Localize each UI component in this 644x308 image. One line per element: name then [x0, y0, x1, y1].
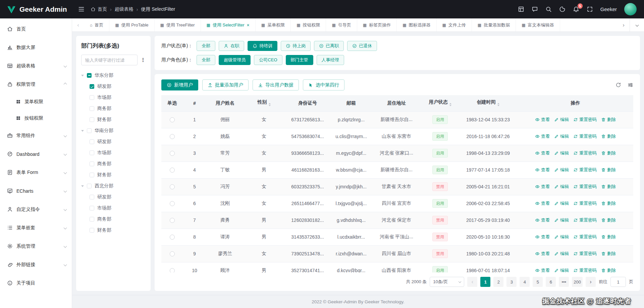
delete-button[interactable]: 删除 — [601, 217, 616, 223]
tab[interactable]: ⌂ 首页 × — [84, 18, 109, 32]
tree-checkbox[interactable] — [87, 128, 92, 133]
view-button[interactable]: 查看 — [535, 267, 550, 272]
reset-password-button[interactable]: 重置密码 — [573, 267, 597, 272]
filter-role-all[interactable]: 全部 — [197, 55, 215, 65]
tree-checkbox[interactable] — [90, 106, 94, 111]
tree-node-child[interactable]: 研发部 — [81, 81, 146, 92]
tab[interactable]: ▦ 批量添加数据 × — [472, 18, 516, 32]
reset-password-button[interactable]: 重置密码 — [573, 200, 597, 206]
table-row[interactable]: 8 谭涛 男 31435372633... l.ucdxaikbrr... 河南… — [161, 229, 633, 245]
tab[interactable]: ▦ 标签页操作 × — [357, 18, 397, 32]
tree-checkbox[interactable] — [90, 217, 94, 222]
row-radio[interactable] — [170, 134, 175, 139]
prev-page-button[interactable]: ‹ — [467, 277, 477, 287]
filter-role-hr[interactable]: 人事经理 — [317, 55, 344, 65]
goto-page-input[interactable] — [610, 277, 626, 287]
sidebar-item-external-links[interactable]: 外部链接 — [0, 255, 72, 274]
page-button[interactable]: 6 — [546, 277, 556, 287]
tree-node-child[interactable]: 财务部 — [81, 225, 146, 236]
more-options-icon[interactable]: ⋮ — [141, 57, 146, 63]
tree-checkbox[interactable] — [90, 95, 94, 100]
sidebar-item-components[interactable]: 常用组件 — [0, 126, 72, 145]
table-row[interactable]: 2 姚磊 女 54753683074... u.clis@rraym... 山东… — [161, 128, 633, 145]
sidebar-item-auth[interactable]: 权限管理 — [0, 75, 72, 94]
caret-down-icon[interactable] — [81, 75, 84, 78]
tab[interactable]: ▦ 按钮权限 × — [291, 18, 326, 32]
filter-status-all[interactable]: 全部 — [197, 41, 215, 51]
page-button[interactable]: ••• — [559, 277, 569, 287]
sort-icon[interactable] — [269, 102, 271, 107]
tab[interactable]: ▦ 使用 TreeFilter × — [155, 18, 201, 32]
sidebar-item-about[interactable]: 关于项目 — [0, 274, 72, 292]
col-status[interactable]: 用户状态 — [422, 95, 459, 111]
table-row[interactable]: 9 廖秀兰 女 73902513478... r.izxh@dwan... 四川… — [161, 245, 633, 262]
refresh-icon[interactable] — [615, 82, 621, 88]
tree-checkbox[interactable] — [90, 195, 94, 199]
tab[interactable]: ▦ 引导页 × — [326, 18, 357, 32]
page-button[interactable]: 200 — [572, 277, 583, 287]
filter-status-working[interactable]: 在职 — [219, 41, 244, 51]
delete-button[interactable]: 删除 — [601, 200, 616, 206]
row-radio[interactable] — [170, 218, 175, 223]
sidebar-item-echarts[interactable]: ECharts — [0, 182, 72, 200]
table-row[interactable]: 1 佣丽 女 67317265813... p.zlqrtzlnrg... 新疆… — [161, 111, 633, 128]
col-created[interactable]: 创建时间 — [459, 95, 518, 111]
edit-button[interactable]: 编辑 — [554, 184, 569, 190]
tree-checkbox[interactable] — [90, 228, 94, 233]
select-fourth-row-button[interactable]: 选中第四行 — [303, 79, 344, 90]
tab[interactable]: ▦ 使用 ProTable × — [109, 18, 154, 32]
breadcrumb-item-tables[interactable]: 超级表格 — [115, 6, 133, 12]
table-row[interactable]: 10 顾洋 男 35273014741... d.kcyv@bqr... 山西省… — [161, 262, 633, 272]
caret-down-icon[interactable] — [81, 185, 84, 188]
tree-checkbox[interactable] — [90, 173, 94, 177]
collapse-menu-icon[interactable] — [78, 6, 85, 12]
edit-button[interactable]: 编辑 — [554, 117, 569, 123]
tree-checkbox[interactable] — [87, 184, 92, 188]
delete-button[interactable]: 删除 — [601, 267, 616, 272]
view-button[interactable]: 查看 — [535, 234, 550, 240]
delete-button[interactable]: 删除 — [601, 184, 616, 190]
delete-button[interactable]: 删除 — [601, 234, 616, 240]
add-user-button[interactable]: 新增用户 — [161, 79, 198, 90]
sidebar-item-system[interactable]: 系统管理 — [0, 237, 72, 255]
tree-node-child[interactable]: 市场部 — [81, 202, 146, 213]
page-button[interactable]: 3 — [506, 277, 517, 287]
page-button[interactable]: 4 — [520, 277, 530, 287]
tree-node-child[interactable]: 研发部 — [81, 136, 146, 147]
edit-button[interactable]: 编辑 — [554, 200, 569, 206]
table-row[interactable]: 5 冯芳 女 60323523375... y.jmndp@jkh... 甘肃省… — [161, 178, 633, 195]
logo[interactable]: Geeker Admin — [0, 5, 72, 14]
tree-node-parent[interactable]: 华南分部 — [81, 125, 146, 136]
sidebar-item-home[interactable]: 首页 — [0, 20, 72, 38]
sidebar-item-menu-auth[interactable]: 菜单权限 — [0, 94, 72, 110]
edit-button[interactable]: 编辑 — [554, 217, 569, 223]
row-radio[interactable] — [170, 201, 175, 206]
tree-node-child[interactable]: 财务部 — [81, 114, 146, 125]
delete-button[interactable]: 删除 — [601, 150, 616, 156]
filter-role-manager[interactable]: 部门主管 — [286, 55, 313, 65]
layout-setting-icon[interactable] — [518, 6, 524, 12]
tree-node-child[interactable]: 商务部 — [81, 213, 146, 225]
tree-node-child[interactable]: 商务部 — [81, 103, 146, 114]
row-radio[interactable] — [170, 151, 175, 156]
view-button[interactable]: 查看 — [535, 133, 550, 139]
view-button[interactable]: 查看 — [535, 200, 550, 206]
reset-password-button[interactable]: 重置密码 — [573, 167, 597, 173]
sort-icon[interactable] — [497, 102, 499, 107]
delete-button[interactable]: 删除 — [601, 167, 616, 173]
tab-close-icon[interactable]: × — [247, 23, 250, 27]
department-filter-input[interactable] — [81, 55, 138, 65]
tabs-scroll-left-icon[interactable]: ‹ — [72, 18, 84, 32]
page-button[interactable]: 5 — [533, 277, 543, 287]
table-row[interactable]: 7 龚勇 男 12602830182... g.vdhdshlxq... 河北省… — [161, 212, 633, 229]
reset-password-button[interactable]: 重置密码 — [573, 117, 597, 123]
tab[interactable]: ▦ 文件上传 × — [437, 18, 472, 32]
reset-password-button[interactable]: 重置密码 — [573, 133, 597, 139]
sidebar-item-nested-menu[interactable]: 菜单嵌套 — [0, 219, 72, 237]
page-button[interactable]: 2 — [493, 277, 503, 287]
tree-node-parent[interactable]: 西北分部 — [81, 180, 146, 191]
notification-bell-icon[interactable]: 5 — [573, 6, 579, 12]
edit-button[interactable]: 编辑 — [554, 133, 569, 139]
message-icon[interactable] — [532, 6, 538, 12]
edit-button[interactable]: 编辑 — [554, 167, 569, 173]
